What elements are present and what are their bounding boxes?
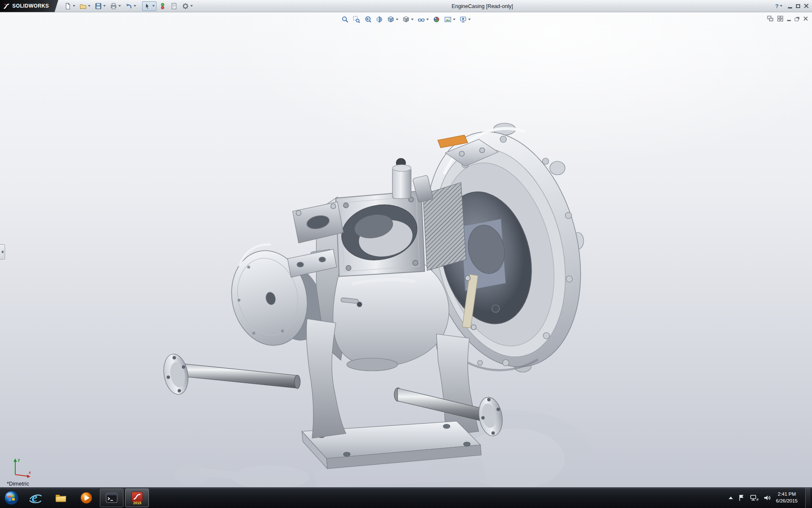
engine-casing-model[interactable] (0, 12, 812, 487)
solidworks-logo-icon (3, 3, 10, 10)
media-player-icon (80, 491, 93, 505)
solidworks-app-icon: 2015 (130, 491, 144, 505)
taskbar-clock[interactable]: 2:41 PM 6/26/2015 (776, 491, 798, 504)
dropdown-caret-icon (118, 5, 121, 7)
show-hidden-icons-button[interactable] (729, 497, 733, 499)
minimize-button[interactable] (788, 7, 792, 8)
system-tray: 2:41 PM 6/26/2015 (729, 488, 812, 508)
rebuild-icon (159, 3, 166, 10)
new-document-icon (64, 3, 71, 10)
select-arrow-icon (144, 3, 151, 10)
show-desktop-button[interactable] (805, 488, 810, 508)
select-tool-button[interactable] (142, 1, 156, 11)
taskbar-item-media-player[interactable] (74, 489, 98, 507)
command-prompt-icon (105, 492, 118, 504)
orientation-triad: y x (9, 456, 34, 480)
intake-plate-part[interactable] (336, 191, 425, 276)
taskbar-item-solidworks[interactable]: 2015 (125, 489, 149, 507)
file-properties-icon (170, 3, 178, 10)
volume-icon[interactable] (763, 494, 771, 502)
taskbar-item-command-prompt[interactable] (100, 489, 123, 507)
chevron-left-icon (1, 250, 3, 254)
dropdown-caret-icon (103, 5, 106, 7)
taskbar: e (0, 487, 812, 508)
start-button[interactable] (3, 489, 20, 507)
brand-text: SOLIDWORKS (12, 3, 49, 9)
dropdown-caret-icon (134, 5, 136, 7)
titlebar: SOLIDWORKS (0, 0, 812, 12)
rebuild-button[interactable] (157, 1, 168, 11)
clock-date: 6/26/2015 (776, 498, 798, 505)
help-icon: ? (775, 3, 779, 9)
dropdown-caret-icon (780, 5, 782, 7)
options-button[interactable] (180, 1, 195, 11)
save-icon (95, 3, 102, 10)
clock-time: 2:41 PM (776, 491, 798, 498)
save-button[interactable] (93, 1, 107, 11)
options-gear-icon (182, 3, 189, 10)
undo-button[interactable] (123, 1, 138, 11)
folder-icon (54, 491, 68, 505)
internet-explorer-icon: e (28, 491, 43, 505)
open-folder-icon (80, 3, 87, 10)
dropdown-caret-icon (88, 5, 91, 7)
print-icon (110, 3, 117, 10)
network-icon[interactable] (750, 494, 758, 502)
file-properties-button[interactable] (169, 1, 179, 11)
action-center-icon[interactable] (738, 494, 745, 502)
maximize-button[interactable] (796, 4, 800, 8)
print-button[interactable] (108, 1, 123, 11)
screen: SOLIDWORKS (0, 0, 812, 508)
triad-y-label: y (18, 458, 20, 462)
standard-toolbar (63, 1, 195, 11)
close-button[interactable] (804, 4, 809, 8)
undo-icon (125, 3, 132, 10)
feature-tree-flyout-tab[interactable] (0, 244, 5, 260)
dropdown-caret-icon (190, 5, 193, 7)
front-shaft-part[interactable] (161, 352, 300, 396)
viewport-3d[interactable]: y x *Dimetric (0, 12, 812, 487)
window-controls: ? (774, 1, 812, 11)
help-button[interactable]: ? (774, 1, 784, 11)
taskbar-item-windows-explorer[interactable] (49, 489, 73, 507)
dropdown-caret-icon (152, 5, 155, 7)
view-orientation-label: *Dimetric (7, 480, 29, 487)
dropdown-caret-icon (73, 5, 75, 7)
taskbar-item-internet-explorer[interactable]: e (24, 489, 47, 507)
window-title: EngineCasing [Read-only] (452, 0, 513, 12)
windows-start-icon (3, 490, 19, 506)
triad-x-label: x (29, 470, 31, 475)
svg-text:2015: 2015 (133, 501, 141, 505)
solidworks-logo: SOLIDWORKS (0, 0, 58, 12)
open-button[interactable] (78, 1, 92, 11)
new-document-button[interactable] (63, 1, 77, 11)
